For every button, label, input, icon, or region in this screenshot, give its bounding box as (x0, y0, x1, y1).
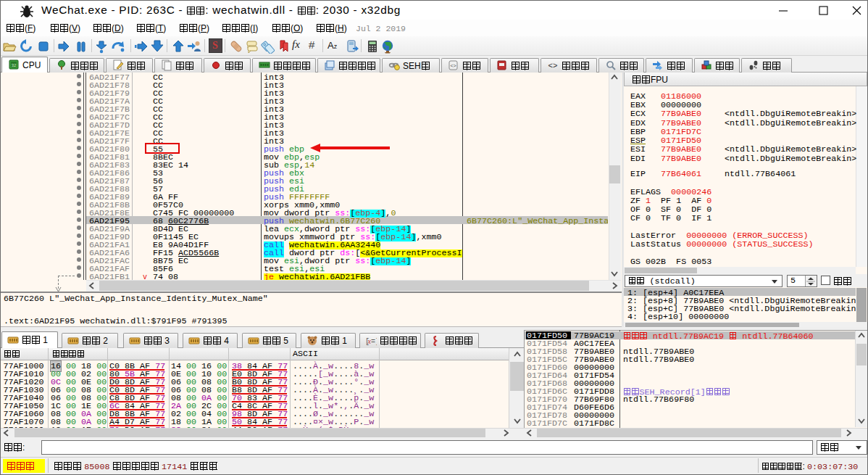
svg-text:<>: <> (548, 61, 558, 70)
svg-text:<>: <> (450, 63, 456, 68)
svg-text:32: 32 (12, 63, 17, 67)
svg-text:=]: =] (371, 338, 377, 346)
